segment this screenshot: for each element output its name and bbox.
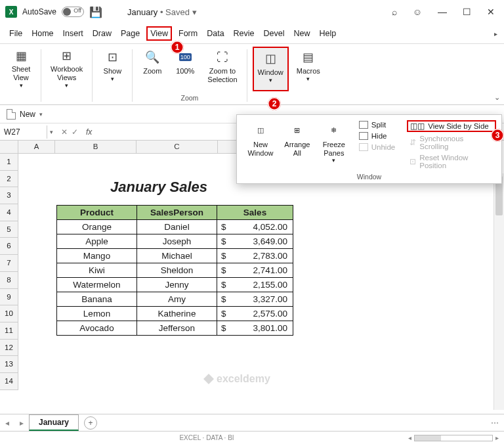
window-icon: ◫ (262, 51, 278, 66)
autosave-label: AutoSave (22, 7, 56, 16)
fx-icon[interactable]: fx (83, 127, 94, 137)
document-title[interactable]: January • Saved ▾ (127, 7, 197, 17)
cells-area[interactable]: January Sales Product SalesPerson Sales … (18, 154, 504, 403)
window-button[interactable]: ◫Window▾ (253, 47, 289, 91)
namebox-dropdown-icon[interactable]: ▾ (47, 129, 56, 135)
enter-formula-icon[interactable]: ✓ (72, 127, 78, 137)
sheet-tab-january[interactable]: January (29, 414, 79, 431)
status-bar: EXCEL · DATA · BI ◂▸ (0, 431, 504, 444)
callout-3: 3 (491, 129, 504, 142)
unhide-button: Unhide (356, 143, 398, 152)
sheet-view-button[interactable]: ▦Sheet View▾ (7, 47, 35, 91)
workbook-views-button[interactable]: ⊞Workbook Views▾ (47, 47, 87, 91)
tab-review[interactable]: Revie (231, 26, 257, 41)
row-header[interactable]: 2 (0, 171, 18, 188)
row-header[interactable]: 12 (0, 340, 18, 357)
popup-group-label: Window (242, 170, 496, 181)
row-headers: 1 2 3 4 5 6 7 8 9 10 11 12 13 14 (0, 154, 18, 403)
row-header[interactable]: 9 (0, 289, 18, 306)
show-icon: ⊡ (104, 49, 120, 65)
row-header[interactable]: 13 (0, 356, 18, 373)
maximize-button[interactable]: ☐ (463, 7, 471, 17)
new-label[interactable]: New (20, 110, 35, 119)
zoom-button[interactable]: 🔍Zoom (138, 47, 167, 91)
freeze-panes-button[interactable]: ❄Freeze Panes▾ (316, 120, 352, 166)
reset-pos-icon: ⊡ (410, 157, 416, 166)
col-header-a[interactable]: A (18, 141, 55, 154)
show-button[interactable]: ⊡Show▾ (98, 47, 127, 91)
tab-data[interactable]: Data (204, 26, 226, 41)
tab-home[interactable]: Home (29, 26, 56, 41)
sheet-nav-next-icon[interactable]: ▸ (14, 418, 29, 428)
callout-2: 2 (268, 97, 281, 110)
hide-button[interactable]: Hide (356, 131, 398, 141)
autosave-toggle[interactable] (62, 7, 84, 17)
tab-developer[interactable]: Devel (261, 26, 287, 41)
sheet-nav-prev-icon[interactable]: ◂ (0, 418, 14, 428)
cancel-formula-icon[interactable]: ✕ (61, 127, 68, 137)
search-icon[interactable]: ⌕ (392, 7, 397, 17)
tab-help[interactable]: Help (317, 26, 339, 41)
tab-insert[interactable]: Insert (60, 26, 86, 41)
tab-new[interactable]: New (291, 26, 313, 41)
table-row: AvocadoJefferson3,801.00 (57, 321, 293, 336)
tabs-overflow-icon[interactable]: ▸ (494, 30, 497, 37)
col-header-c[interactable]: C (136, 141, 218, 154)
add-sheet-button[interactable]: + (84, 416, 97, 430)
table-row: OrangeDaniel4,052.00 (57, 220, 293, 234)
vertical-scrollbar[interactable] (494, 173, 504, 410)
name-box[interactable]: W27 (0, 125, 47, 139)
synchronous-scrolling-button: ⇵Synchronous Scrolling (407, 134, 496, 151)
user-icon[interactable]: ☺ (413, 7, 422, 17)
row-header[interactable]: 6 (0, 238, 18, 255)
new-doc-icon[interactable] (7, 109, 16, 120)
close-button[interactable]: ✕ (487, 7, 495, 17)
window-dropdown-popup: ◫New Window ⊞Arrange All ❄Freeze Panes▾ … (236, 114, 502, 184)
freeze-panes-icon: ❄ (326, 122, 343, 139)
minimize-button[interactable]: — (438, 7, 447, 17)
row-header[interactable]: 10 (0, 305, 18, 322)
sheet-view-icon: ▦ (13, 49, 29, 63)
th-salesperson: SalesPerson (137, 206, 217, 220)
workbook-views-icon: ⊞ (59, 49, 75, 63)
row-header[interactable]: 14 (0, 373, 18, 390)
unhide-icon (359, 143, 368, 151)
save-icon[interactable]: 💾 (89, 6, 102, 18)
status-text: EXCEL · DATA · BI (179, 434, 234, 441)
row-header[interactable]: 1 (0, 154, 18, 171)
zoom-selection-button[interactable]: ⛶Zoom to Selection (203, 47, 241, 91)
callout-1: 1 (171, 41, 184, 54)
side-by-side-icon: ◫◫ (410, 122, 425, 131)
tab-formulas[interactable]: Form (176, 26, 200, 41)
col-header-b[interactable]: B (55, 141, 136, 154)
view-side-by-side-button[interactable]: ◫◫View Side by Side (407, 120, 496, 132)
row-header[interactable]: 7 (0, 255, 18, 272)
tab-page[interactable]: Page (118, 26, 142, 41)
tab-file[interactable]: File (7, 26, 25, 41)
reset-window-position-button: ⊡Reset Window Position (407, 153, 496, 170)
row-header[interactable]: 8 (0, 272, 18, 289)
row-header[interactable]: 5 (0, 221, 18, 238)
row-header[interactable]: 11 (0, 322, 18, 340)
qat-dropdown-icon[interactable]: ▾ (39, 111, 43, 118)
split-button[interactable]: Split (356, 120, 398, 129)
arrange-all-button[interactable]: ⊞Arrange All (279, 120, 316, 158)
new-window-button[interactable]: ◫New Window (242, 120, 279, 158)
hide-icon (359, 132, 368, 140)
tab-draw[interactable]: Draw (90, 26, 114, 41)
new-window-icon: ◫ (252, 122, 269, 139)
sheet-overflow-icon[interactable]: ⋯ (491, 418, 504, 428)
sheet-tabs-bar: ◂ ▸ January + ⋯ (0, 414, 504, 431)
macros-button[interactable]: ▤Macros▾ (293, 47, 324, 91)
ribbon-collapse-icon[interactable]: ⌄ (494, 93, 500, 102)
doc-name: January (127, 7, 158, 17)
title-bar: X AutoSave 💾 January • Saved ▾ ⌕ ☺ — ☐ ✕ (0, 0, 504, 24)
table-row: AppleJoseph3,649.00 (57, 234, 293, 249)
row-header[interactable]: 3 (0, 187, 18, 204)
sync-scroll-icon: ⇵ (410, 138, 416, 147)
select-all-cell[interactable] (0, 141, 18, 154)
data-table: Product SalesPerson Sales OrangeDaniel4,… (56, 205, 293, 336)
horizontal-scrollbar[interactable]: ◂▸ (408, 434, 499, 441)
row-header[interactable]: 4 (0, 204, 18, 221)
tab-view[interactable]: View (146, 26, 172, 41)
